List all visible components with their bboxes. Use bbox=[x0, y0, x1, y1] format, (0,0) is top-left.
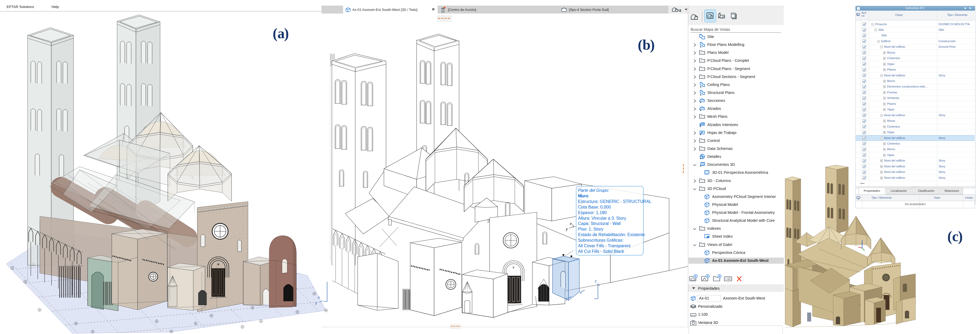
svg-text:Cota Base: 0,000: Cota Base: 0,000 bbox=[578, 205, 611, 209]
svg-text:x: x bbox=[570, 221, 572, 226]
svg-text:All Cut Fills - Solid Black: All Cut Fills - Solid Black bbox=[578, 249, 624, 253]
svg-text:Capa: Structural - Wall: Capa: Structural - Wall bbox=[578, 221, 620, 226]
svg-text:Altura: Vincular a 3. Story: Altura: Vincular a 3. Story bbox=[578, 216, 626, 220]
svg-text:Parte del Grupo:: Parte del Grupo: bbox=[578, 188, 609, 193]
svg-text:Estructura: GENERIC - STRUCTUR: Estructura: GENERIC - STRUCTURAL bbox=[578, 199, 652, 204]
svg-text:y: y bbox=[315, 301, 317, 305]
svg-text:All Cover Fills - Transparent: All Cover Fills - Transparent bbox=[578, 244, 631, 248]
svg-text:y: y bbox=[566, 226, 568, 231]
svg-text:Estado de Rehabilitación: Exis: Estado de Rehabilitación: Existente bbox=[578, 233, 645, 237]
svg-text:x: x bbox=[580, 290, 582, 294]
svg-text:Muro: Muro bbox=[578, 194, 589, 198]
svg-text:Piso: 1. Story: Piso: 1. Story bbox=[578, 227, 603, 231]
svg-text:z: z bbox=[595, 279, 597, 283]
svg-text:x: x bbox=[318, 295, 320, 299]
svg-text:Espesor: 1,190: Espesor: 1,190 bbox=[578, 211, 607, 215]
svg-text:Sobrescrituras Gráficas:: Sobrescrituras Gráficas: bbox=[578, 238, 624, 242]
svg-text:y: y bbox=[566, 296, 568, 301]
